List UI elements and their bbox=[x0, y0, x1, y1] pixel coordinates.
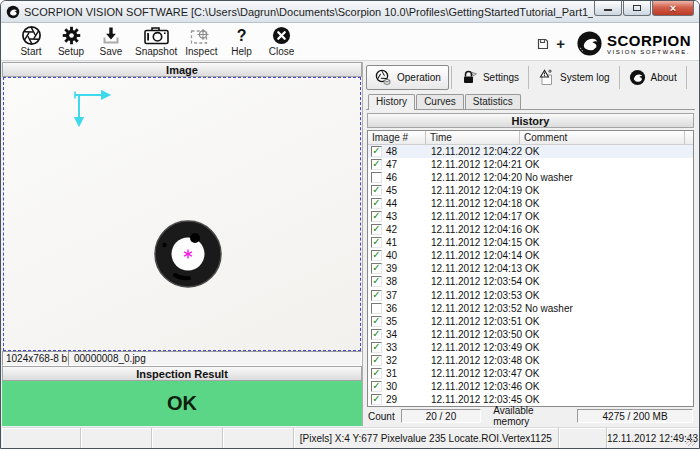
history-row[interactable]: ✓ 31 12.11.2012 12:03:47 OK bbox=[368, 367, 693, 380]
row-checkbox[interactable]: ✓ bbox=[371, 316, 382, 327]
row-time: 12.11.2012 12:03:49 bbox=[426, 342, 520, 353]
row-image-number: 32 bbox=[386, 355, 397, 366]
tab-settings[interactable]: Settings bbox=[454, 65, 526, 90]
history-row[interactable]: ✓ 35 12.11.2012 12:03:51 OK bbox=[368, 315, 693, 328]
history-row[interactable]: ✓ 43 12.11.2012 12:04:17 OK bbox=[368, 210, 693, 223]
save-button[interactable]: Save bbox=[91, 25, 131, 57]
history-row[interactable]: ✓ 36 12.11.2012 12:03:52 No washer bbox=[368, 302, 693, 315]
row-image-number: 33 bbox=[386, 342, 397, 353]
history-row[interactable]: ✓ 44 12.11.2012 12:04:18 OK bbox=[368, 197, 693, 210]
start-button[interactable]: Start bbox=[11, 25, 51, 57]
minimize-button[interactable] bbox=[594, 1, 622, 16]
subtab-curves[interactable]: Curves bbox=[416, 94, 464, 109]
row-time: 12.11.2012 12:04:21 bbox=[426, 159, 520, 170]
history-row[interactable]: ✓ 45 12.11.2012 12:04:19 OK bbox=[368, 184, 693, 197]
history-row[interactable]: ✓ 42 12.11.2012 12:04:16 OK bbox=[368, 223, 693, 236]
history-table: Image # Time Comment ✓ 48 12.11.2012 12:… bbox=[367, 130, 694, 407]
history-group-header: History bbox=[367, 113, 694, 128]
row-checkbox[interactable]: ✓ bbox=[371, 237, 382, 248]
row-checkbox[interactable]: ✓ bbox=[371, 250, 382, 261]
row-checkbox[interactable]: ✓ bbox=[371, 146, 382, 157]
inspect-button[interactable]: Inspect bbox=[181, 25, 221, 57]
plus-icon[interactable]: + bbox=[556, 36, 565, 51]
row-comment: OK bbox=[520, 394, 693, 405]
history-row[interactable]: ✓ 40 12.11.2012 12:04:14 OK bbox=[368, 249, 693, 262]
row-time: 12.11.2012 12:03:47 bbox=[426, 368, 520, 379]
column-comment[interactable]: Comment bbox=[520, 131, 685, 144]
main-tabs: Operation Settings System log bbox=[366, 62, 695, 92]
minimize-icon bbox=[604, 9, 612, 11]
row-image-number: 48 bbox=[386, 146, 397, 157]
camera-icon bbox=[144, 25, 169, 46]
check-icon: ✓ bbox=[372, 394, 380, 404]
count-label: Count bbox=[368, 411, 395, 422]
aperture-icon bbox=[21, 25, 42, 46]
row-image-number: 29 bbox=[386, 394, 397, 405]
row-time: 12.11.2012 12:03:45 bbox=[426, 394, 520, 405]
gear-icon bbox=[62, 25, 81, 46]
row-checkbox[interactable]: ✓ bbox=[371, 211, 382, 222]
history-row[interactable]: ✓ 29 12.11.2012 12:03:45 OK bbox=[368, 393, 693, 406]
snapshot-label: Snapshot bbox=[135, 46, 177, 57]
column-time[interactable]: Time bbox=[426, 131, 520, 144]
row-checkbox[interactable]: ✓ bbox=[371, 329, 382, 340]
row-time: 12.11.2012 12:04:16 bbox=[426, 224, 520, 235]
row-checkbox[interactable]: ✓ bbox=[371, 303, 382, 314]
history-row[interactable]: ✓ 32 12.11.2012 12:03:48 OK bbox=[368, 354, 693, 367]
history-row[interactable]: ✓ 37 12.11.2012 12:03:53 OK bbox=[368, 289, 693, 302]
setup-button[interactable]: Setup bbox=[51, 25, 91, 57]
resize-grip-icon[interactable] bbox=[686, 436, 696, 446]
history-row[interactable]: ✓ 38 12.11.2012 12:03:54 OK bbox=[368, 275, 693, 288]
row-checkbox[interactable]: ✓ bbox=[371, 263, 382, 274]
tab-about[interactable]: About bbox=[622, 65, 684, 90]
camera-image-view[interactable] bbox=[3, 77, 361, 351]
row-checkbox[interactable]: ✓ bbox=[371, 342, 382, 353]
check-icon: ✓ bbox=[372, 224, 380, 234]
row-time: 12.11.2012 12:04:20 bbox=[426, 172, 520, 183]
close-app-button[interactable]: Close bbox=[262, 25, 302, 57]
tab-system-log[interactable]: System log bbox=[531, 65, 616, 90]
setup-label: Setup bbox=[58, 46, 84, 57]
history-row[interactable]: ✓ 34 12.11.2012 12:03:50 OK bbox=[368, 328, 693, 341]
row-checkbox[interactable]: ✓ bbox=[371, 355, 382, 366]
floppy-icon[interactable] bbox=[537, 38, 549, 50]
subtab-history[interactable]: History bbox=[368, 94, 415, 110]
column-image-number[interactable]: Image # bbox=[368, 131, 426, 144]
image-info-bar: 1024x768-8 bit 00000008_0.jpg bbox=[2, 351, 362, 366]
row-checkbox[interactable]: ✓ bbox=[371, 185, 382, 196]
image-panel-header: Image bbox=[2, 62, 362, 77]
history-row[interactable]: ✓ 30 12.11.2012 12:03:46 OK bbox=[368, 380, 693, 393]
row-checkbox[interactable]: ✓ bbox=[371, 368, 382, 379]
row-comment: OK bbox=[520, 316, 693, 327]
subtab-statistics[interactable]: Statistics bbox=[465, 94, 521, 109]
check-icon: ✓ bbox=[372, 316, 380, 326]
row-image-number: 36 bbox=[386, 303, 397, 314]
snapshot-button[interactable]: Snapshot bbox=[131, 25, 181, 57]
row-checkbox[interactable]: ✓ bbox=[371, 198, 382, 209]
row-checkbox[interactable]: ✓ bbox=[371, 290, 382, 301]
row-checkbox[interactable]: ✓ bbox=[371, 381, 382, 392]
save-label: Save bbox=[100, 46, 123, 57]
history-row[interactable]: ✓ 47 12.11.2012 12:04:21 OK bbox=[368, 158, 693, 171]
row-checkbox[interactable]: ✓ bbox=[371, 172, 382, 183]
row-checkbox[interactable]: ✓ bbox=[371, 394, 382, 405]
row-checkbox[interactable]: ✓ bbox=[371, 159, 382, 170]
history-row[interactable]: ✓ 39 12.11.2012 12:04:13 OK bbox=[368, 262, 693, 275]
history-row[interactable]: ✓ 33 12.11.2012 12:03:49 OK bbox=[368, 341, 693, 354]
row-time: 12.11.2012 12:04:22 bbox=[426, 146, 520, 157]
tab-operation[interactable]: Operation bbox=[366, 65, 449, 90]
row-comment: OK bbox=[520, 290, 693, 301]
history-row[interactable]: ✓ 46 12.11.2012 12:04:20 No washer bbox=[368, 171, 693, 184]
history-rows: ✓ 48 12.11.2012 12:04:22 OK ✓ 47 12.11.2… bbox=[368, 145, 693, 406]
history-row[interactable]: ✓ 41 12.11.2012 12:04:15 OK bbox=[368, 236, 693, 249]
row-checkbox[interactable]: ✓ bbox=[371, 224, 382, 235]
help-label: Help bbox=[231, 46, 252, 57]
maximize-button[interactable] bbox=[623, 1, 651, 16]
history-row[interactable]: ✓ 48 12.11.2012 12:04:22 OK bbox=[368, 145, 693, 158]
image-panel: Image bbox=[2, 62, 363, 426]
statusbar-cell bbox=[81, 428, 152, 448]
close-button[interactable]: × bbox=[652, 1, 694, 16]
help-button[interactable]: ? Help bbox=[222, 25, 262, 57]
row-checkbox[interactable]: ✓ bbox=[371, 276, 382, 287]
inspect-target-icon bbox=[190, 25, 212, 46]
